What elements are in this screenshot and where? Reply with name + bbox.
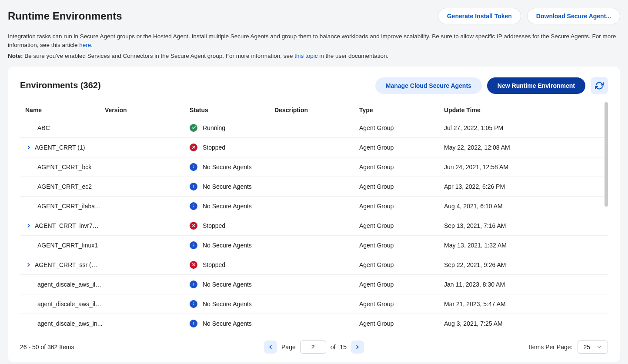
prev-page-button[interactable]	[264, 341, 277, 354]
svg-rect-17	[193, 304, 194, 305]
table-row[interactable]: ABCRunningAgent GroupJul 27, 2022, 1:05 …	[20, 118, 608, 138]
info-text-2: Note: Be sure you've enabled Services an…	[8, 52, 620, 60]
table-row[interactable]: AGENT_CRRT (1)StoppedAgent GroupMay 22, …	[20, 138, 608, 157]
row-time: Jul 27, 2022, 1:05 PM	[444, 124, 608, 131]
row-type: Agent Group	[359, 242, 444, 249]
svg-point-14	[193, 283, 194, 284]
svg-point-16	[193, 303, 194, 304]
row-name: AGENT_CRRT_ec2	[37, 183, 92, 190]
info-text-1-post: .	[91, 42, 93, 48]
row-name: AGENT_CRRT_linux1	[37, 242, 98, 249]
info-status-icon	[190, 281, 197, 288]
stopped-status-icon	[190, 144, 197, 151]
environments-card: Environments (362) Manage Cloud Secure A…	[8, 67, 620, 362]
row-type: Agent Group	[359, 144, 444, 151]
table-row[interactable]: AGENT_CRRT_invr76 (...StoppedAgent Group…	[20, 216, 608, 236]
row-status: No Secure Agents	[203, 281, 252, 288]
info-link-topic[interactable]: this topic	[294, 53, 317, 59]
row-name: agent_discale_aws_ila...	[37, 301, 103, 307]
info-status-icon	[190, 241, 197, 249]
row-type: Agent Group	[359, 320, 444, 327]
note-label: Note:	[8, 53, 23, 59]
info-text-1: Integration tasks can run in Secure Agen…	[8, 32, 620, 50]
manage-cloud-agents-button[interactable]: Manage Cloud Secure Agents	[375, 77, 482, 94]
col-version[interactable]: Version	[105, 107, 190, 114]
row-status: No Secure Agents	[203, 301, 252, 307]
row-time: Sep 13, 2021, 7:16 AM	[444, 222, 608, 229]
table-row[interactable]: agent_discale_aws_ila...No Secure Agents…	[20, 294, 608, 314]
row-time: May 13, 2021, 1:32 AM	[444, 242, 608, 249]
row-type: Agent Group	[359, 281, 444, 288]
expand-chevron-icon[interactable]	[25, 222, 32, 229]
svg-rect-3	[193, 167, 194, 168]
per-page-label: Items Per Page:	[529, 344, 572, 351]
row-type: Agent Group	[359, 222, 444, 229]
row-status: Stopped	[203, 144, 225, 151]
expand-chevron-icon[interactable]	[25, 261, 32, 268]
info-status-icon	[190, 320, 197, 327]
svg-rect-15	[193, 284, 194, 286]
table-row[interactable]: AGENT_CRRT_ec2No Secure AgentsAgent Grou…	[20, 177, 608, 197]
per-page-select[interactable]: 25	[578, 341, 608, 354]
row-status: No Secure Agents	[203, 242, 252, 249]
row-name: ABC	[37, 124, 50, 131]
next-page-button[interactable]	[351, 341, 364, 354]
row-time: Aug 4, 2021, 6:10 AM	[444, 203, 608, 210]
table-row[interactable]: AGENT_CRRT_linux1No Secure AgentsAgent G…	[20, 236, 608, 255]
row-type: Agent Group	[359, 203, 444, 210]
table-row[interactable]: agent_discale_aws_in...No Secure AgentsA…	[20, 314, 608, 332]
row-status: Stopped	[203, 222, 225, 229]
svg-rect-19	[193, 323, 194, 325]
running-status-icon	[190, 124, 197, 132]
info-text-2-pre: Be sure you've enabled Services and Conn…	[23, 53, 295, 59]
col-type[interactable]: Type	[359, 107, 444, 114]
row-time: Sep 22, 2021, 9:26 AM	[444, 261, 608, 268]
info-status-icon	[190, 183, 197, 190]
row-name: AGENT_CRRT (1)	[35, 144, 85, 151]
row-status: Running	[203, 124, 225, 131]
svg-point-2	[193, 166, 194, 167]
total-pages: 15	[340, 344, 347, 351]
new-runtime-environment-button[interactable]: New Runtime Environment	[487, 77, 585, 94]
info-text-2-post: in the user documentation.	[317, 53, 388, 59]
header-actions: Generate Install Token Download Secure A…	[438, 8, 620, 24]
row-name: AGENT_CRRT_invr76 (...	[35, 222, 100, 229]
row-type: Agent Group	[359, 124, 444, 131]
row-status: Stopped	[203, 261, 225, 268]
row-type: Agent Group	[359, 183, 444, 190]
table-row[interactable]: agent_discale_aws_ila...No Secure Agents…	[20, 275, 608, 294]
table-body: ABCRunningAgent GroupJul 27, 2022, 1:05 …	[20, 118, 608, 332]
generate-install-token-button[interactable]: Generate Install Token	[438, 8, 521, 24]
scrollbar[interactable]	[605, 102, 608, 207]
info-status-icon	[190, 300, 197, 308]
row-name: AGENT_CRRT_ssr (1) (...	[35, 261, 100, 268]
stopped-status-icon	[190, 222, 197, 230]
info-link-here[interactable]: here	[79, 42, 91, 48]
row-time: Jun 24, 2021, 12:58 AM	[444, 164, 608, 170]
row-time: Aug 3, 2021, 7:25 AM	[444, 320, 608, 327]
row-time: May 22, 2022, 12:08 AM	[444, 144, 608, 151]
row-name: AGENT_CRRT_bck	[37, 164, 91, 170]
col-status[interactable]: Status	[190, 107, 274, 114]
col-desc[interactable]: Description	[274, 107, 359, 114]
download-secure-agent-button[interactable]: Download Secure Agent...	[527, 8, 620, 24]
refresh-button[interactable]	[591, 77, 608, 94]
svg-rect-7	[193, 206, 194, 207]
row-time: Apr 13, 2022, 6:26 PM	[444, 183, 608, 190]
col-time[interactable]: Update Time	[444, 107, 608, 114]
row-type: Agent Group	[359, 261, 444, 268]
col-name[interactable]: Name	[20, 107, 105, 114]
table-row[interactable]: AGENT_CRRT_ssr (1) (...StoppedAgent Grou…	[20, 255, 608, 275]
table-row[interactable]: AGENT_CRRT_bckNo Secure AgentsAgent Grou…	[20, 157, 608, 177]
svg-rect-5	[193, 186, 194, 188]
row-status: No Secure Agents	[203, 164, 252, 170]
page-input[interactable]	[300, 341, 326, 354]
table-row[interactable]: AGENT_CRRT_ilabam...No Secure AgentsAgen…	[20, 197, 608, 216]
svg-point-18	[193, 322, 194, 323]
expand-chevron-icon[interactable]	[25, 144, 32, 151]
row-status: No Secure Agents	[203, 183, 252, 190]
row-name: AGENT_CRRT_ilabam...	[37, 203, 103, 210]
of-label: of	[331, 344, 336, 351]
page-title: Runtime Environments	[8, 10, 122, 22]
svg-point-4	[193, 185, 194, 186]
